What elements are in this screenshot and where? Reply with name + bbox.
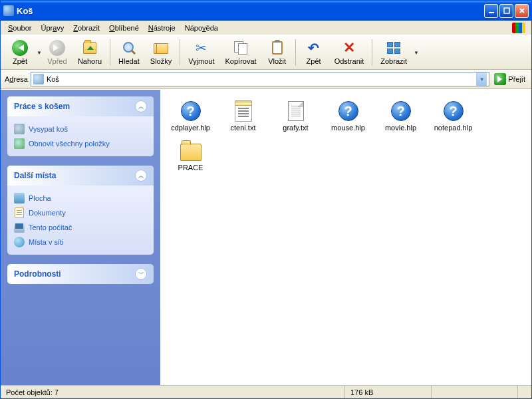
forward-button: Vpřed xyxy=(42,39,72,66)
file-item[interactable]: movie.hlp xyxy=(376,98,426,135)
undo-icon xyxy=(308,40,319,56)
title-bar: Koš xyxy=(1,1,531,21)
minimize-button[interactable] xyxy=(484,4,498,18)
menu-edit[interactable]: Úpravy xyxy=(36,23,68,33)
menu-help[interactable]: Nápověda xyxy=(180,23,223,33)
body-area: Práce s košem ︽ Vysypat koš Obnovit všec… xyxy=(1,89,531,385)
address-bar: Adresa Koš ▼ Přejít xyxy=(1,70,531,89)
undo-button[interactable]: Zpět xyxy=(299,39,329,66)
computer-link[interactable]: Tento počítač xyxy=(14,220,147,235)
clipboard-icon xyxy=(272,41,283,55)
window-title: Koš xyxy=(17,6,484,16)
separator xyxy=(180,39,180,66)
up-button[interactable]: Nahoru xyxy=(72,39,107,66)
toolbar: Zpět ▼ Vpřed Nahoru Hledat Složky Vyjmou… xyxy=(1,35,531,70)
trash-icon xyxy=(14,124,25,134)
recycle-bin-small-icon xyxy=(33,74,44,84)
file-item[interactable]: PRACE xyxy=(166,138,215,175)
address-dropdown[interactable]: ▼ xyxy=(476,72,487,86)
status-size: 176 kB xyxy=(345,386,432,398)
file-label: notepad.hlp xyxy=(434,124,473,132)
status-objects: Počet objektů: 7 xyxy=(1,386,345,398)
search-button[interactable]: Hledat xyxy=(113,39,145,66)
forward-arrow-icon xyxy=(49,40,65,56)
go-button[interactable]: Přejít xyxy=(492,72,527,86)
computer-icon xyxy=(14,222,25,233)
chevron-up-icon: ︽ xyxy=(135,100,147,112)
other-places-panel: Další místa ︽ Plocha Dokumenty Tento poč… xyxy=(7,166,154,255)
file-item[interactable]: mouse.hlp xyxy=(323,98,373,135)
folders-icon xyxy=(154,42,168,54)
file-label: movie.hlp xyxy=(385,124,416,132)
file-list[interactable]: cdplayer.hlpcteni.txtgrafy.txtmouse.hlpm… xyxy=(160,90,531,385)
search-icon xyxy=(122,41,136,55)
chevron-up-icon: ︽ xyxy=(135,170,147,182)
paste-button[interactable]: Vložit xyxy=(262,39,293,66)
file-item[interactable]: cteni.txt xyxy=(218,98,268,135)
menu-tools[interactable]: Nástroje xyxy=(144,23,180,33)
desktop-icon xyxy=(14,193,25,203)
views-icon xyxy=(387,42,400,54)
text1-icon xyxy=(235,100,252,122)
svg-rect-1 xyxy=(504,8,509,13)
help-icon xyxy=(181,101,201,121)
copy-icon xyxy=(234,41,247,55)
maximize-button[interactable] xyxy=(499,4,513,18)
window-controls xyxy=(484,4,529,18)
file-label: mouse.hlp xyxy=(331,124,365,132)
help-icon xyxy=(338,101,358,121)
status-spacer xyxy=(432,386,518,398)
desktop-link[interactable]: Plocha xyxy=(14,191,147,205)
address-input[interactable]: Koš ▼ xyxy=(31,72,489,86)
other-places-header[interactable]: Další místa ︽ xyxy=(7,166,154,186)
status-bar: Počet objektů: 7 176 kB xyxy=(1,385,531,398)
restore-icon xyxy=(14,138,25,149)
cut-button[interactable]: Vyjmout xyxy=(183,39,219,66)
views-button[interactable]: Zobrazit xyxy=(375,39,412,66)
views-dropdown[interactable]: ▼ xyxy=(414,50,419,56)
help-icon xyxy=(391,101,411,121)
text2-icon xyxy=(288,101,304,121)
explorer-window: Koš Soubor Úpravy Zobrazit Oblíbené Nást… xyxy=(0,0,532,399)
restore-all-link[interactable]: Obnovit všechny položky xyxy=(14,136,147,151)
recycle-bin-icon xyxy=(3,5,14,16)
menu-bar: Soubor Úpravy Zobrazit Oblíbené Nástroje… xyxy=(1,21,531,35)
copy-button[interactable]: Kopírovat xyxy=(220,39,262,66)
recycle-tasks-panel: Práce s košem ︽ Vysypat koš Obnovit všec… xyxy=(7,96,154,156)
file-item[interactable]: cdplayer.hlp xyxy=(166,98,215,135)
documents-link[interactable]: Dokumenty xyxy=(14,205,147,220)
delete-icon xyxy=(343,39,355,57)
network-link[interactable]: Místa v síti xyxy=(14,235,147,249)
empty-recycle-link[interactable]: Vysypat koš xyxy=(14,122,147,136)
back-dropdown[interactable]: ▼ xyxy=(37,50,42,56)
tasks-sidebar: Práce s košem ︽ Vysypat koš Obnovit všec… xyxy=(1,90,160,385)
file-label: cteni.txt xyxy=(231,124,256,132)
separator xyxy=(295,39,296,66)
recycle-tasks-header[interactable]: Práce s košem ︽ xyxy=(7,96,154,116)
windows-flag-icon xyxy=(509,21,529,35)
back-arrow-icon xyxy=(12,40,28,56)
file-label: PRACE xyxy=(178,164,203,172)
menu-view[interactable]: Zobrazit xyxy=(68,23,104,33)
file-item[interactable]: notepad.hlp xyxy=(428,98,478,135)
chevron-down-icon: ︾ xyxy=(135,268,147,280)
panel-body: Vysypat koš Obnovit všechny položky xyxy=(7,116,154,156)
file-item[interactable]: grafy.txt xyxy=(271,98,321,135)
back-button[interactable]: Zpět xyxy=(5,39,35,66)
address-value: Koš xyxy=(47,75,476,83)
details-panel: Podrobnosti ︾ xyxy=(7,264,154,284)
network-icon xyxy=(14,237,25,247)
folder-up-icon xyxy=(83,42,96,54)
menu-favorites[interactable]: Oblíbené xyxy=(104,23,144,33)
delete-button[interactable]: Odstranit xyxy=(329,39,370,66)
menu-file[interactable]: Soubor xyxy=(3,23,36,33)
scissors-icon xyxy=(196,40,207,56)
help-icon xyxy=(444,101,464,121)
go-icon xyxy=(494,73,506,85)
file-label: grafy.txt xyxy=(283,124,308,132)
details-header[interactable]: Podrobnosti ︾ xyxy=(7,264,154,284)
address-label: Adresa xyxy=(5,75,28,83)
panel-body: Plocha Dokumenty Tento počítač Místa v s… xyxy=(7,186,154,255)
folders-button[interactable]: Složky xyxy=(145,39,177,66)
close-button[interactable] xyxy=(515,4,529,18)
